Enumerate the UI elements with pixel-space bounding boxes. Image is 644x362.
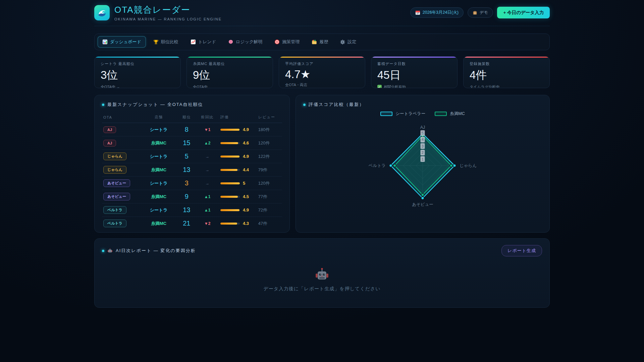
shop-name: シートラ [150,181,168,186]
legend-item[interactable]: 糸満MC [435,111,465,117]
table-row: AJシートラ8▼14.9180件 [102,123,282,136]
radar-axis-label: じゃらん [460,163,477,168]
page-title: OTA競合レーダー [114,4,222,16]
radar-panel: 評価スコア比較（最新） シートラベラー糸満MC 12345AJじゃらんあそビュー… [296,95,550,233]
rating-bar-fill [220,182,240,184]
robot-icon-large [315,267,329,282]
trend-icon [191,39,196,45]
app-logo [94,5,110,20]
bullet-dot-icon [102,250,104,252]
col-header-reviews: レビュー [257,112,282,123]
rank-change: ▼2 [204,221,211,226]
ota-badge: あそビュー [103,193,130,200]
rating-value: 4.3 [243,221,249,226]
kpi-accent-bar [371,57,457,58]
wave-icon [97,8,107,18]
tab-logic[interactable]: ロジック解明 [223,36,267,48]
rating-bar-fill [220,169,237,171]
reviews-count: 120件 [258,181,270,186]
tab-measures[interactable]: 施策管理 [270,36,304,48]
rank-value: 8 [185,126,189,133]
rating-bar-fill [220,223,237,225]
page: OTA競合レーダー OKINAWA MARINE — RANKING LOGIC… [94,0,550,308]
trophy-icon [153,39,159,45]
kpi-accent-bar [464,57,549,58]
kpi-row: シートラ 最高順位 3位 全OTA中 → 糸満MC 最高順位 9位 全OTA中 … [94,56,550,88]
report-empty-text: データ入力後に「レポート生成」を押してください [263,286,380,292]
ota-badge: じゃらん [103,166,126,174]
header: OTA競合レーダー OKINAWA MARINE — RANKING LOGIC… [94,4,550,26]
table-row: AJ糸満MC15▲24.6120件 [102,136,282,150]
tab-rank-compare[interactable]: 順位比較 [149,36,183,48]
radar-tick-label: 1 [422,157,424,161]
rating-bar-fill [220,142,238,144]
rating-bar-fill [220,156,239,158]
reviews-count: 47件 [258,221,267,226]
legend-item[interactable]: シートラベラー [380,111,425,117]
col-header-shop: 店舗 [140,112,178,123]
reviews-count: 120件 [258,140,270,145]
rating-bar-track [220,182,240,184]
bullet-dot-icon [303,104,306,106]
rating-value: 5 [243,181,245,186]
bullet-dot-icon [102,104,104,106]
radar-tick-label: 3 [422,144,424,148]
rank-value: 15 [183,139,190,146]
snapshot-table-body: AJシートラ8▼14.9180件AJ糸満MC15▲24.6120件じゃらんシート… [102,123,282,230]
ota-badge: じゃらん [103,153,126,160]
rank-change: ▲2 [204,141,211,145]
report-title: AI日次レポート — 変化の要因分析 [102,248,196,254]
ai-report-panel: AI日次レポート — 変化の要因分析 レポート生成 データ [94,238,550,308]
legend-label: 糸満MC [450,111,465,117]
rating-value: 4.4 [243,167,249,172]
package-icon [473,10,477,15]
radar-data-point [453,164,456,167]
brain-icon [228,39,233,45]
nav-bar: ダッシュボード 順位比較 トレンド [94,34,550,50]
tab-settings[interactable]: 設定 [335,36,361,48]
table-row: じゃらん糸満MC13→4.479件 [102,163,282,177]
ota-badge: AJ [103,140,116,146]
demo-badge: デモ [468,7,493,18]
kpi-card-avg-score: 平均評価スコア 4.7★ 全OTA・両店 [279,56,365,88]
rating-value: 4.9 [243,154,249,159]
rating-bar-fill [220,196,238,198]
rating-cell: 4.5 [220,194,256,199]
rating-value: 4.5 [243,194,249,199]
snapshot-panel: 最新スナップショット — 全OTA自社順位 OTA 店舗 順位 前回比 評価 レ… [94,95,290,233]
rating-cell: 5 [220,181,256,186]
shop-name: シートラ [150,154,168,159]
rating-bar-fill [220,209,239,211]
kpi-card-seatra-rank: シートラ 最高順位 3位 全OTA中 → [94,56,181,88]
kpi-accent-bar [187,57,273,58]
rank-change: ▼1 [204,127,211,132]
rating-cell: 4.9 [220,154,256,159]
radar-tick-label: 2 [422,150,424,155]
legend-label: シートラベラー [395,111,425,117]
tab-history[interactable]: 履歴 [307,36,333,48]
generate-report-button[interactable]: レポート生成 [501,245,542,256]
tab-dashboard[interactable]: ダッシュボード [98,36,146,48]
rank-value: 5 [185,153,189,160]
report-empty-state: データ入力後に「レポート生成」を押してください [102,267,542,292]
rating-bar-track [220,156,240,158]
target-icon [274,39,280,45]
col-header-rank: 順位 [178,112,196,123]
shop-name: 糸満MC [151,167,166,172]
radar-axis-label: あそビュー [412,202,433,207]
rank-change: → [205,168,209,172]
tab-trend[interactable]: トレンド [186,36,221,48]
rating-value: 4.9 [243,207,249,213]
robot-icon [107,248,113,253]
kpi-accent-bar [279,57,365,58]
rating-bar-track [220,129,240,131]
rating-value: 4.6 [243,140,249,145]
radar-data-point [450,164,452,167]
rating-cell: 4.9 [220,207,256,213]
gear-icon [340,40,345,45]
rating-bar-track [220,223,240,225]
data-entry-button[interactable]: + 今日のデータ入力 [497,7,550,18]
shop-name: 糸満MC [151,194,166,199]
ota-badge: ベルトラ [103,220,126,227]
svg-text:17: 17 [417,12,419,14]
